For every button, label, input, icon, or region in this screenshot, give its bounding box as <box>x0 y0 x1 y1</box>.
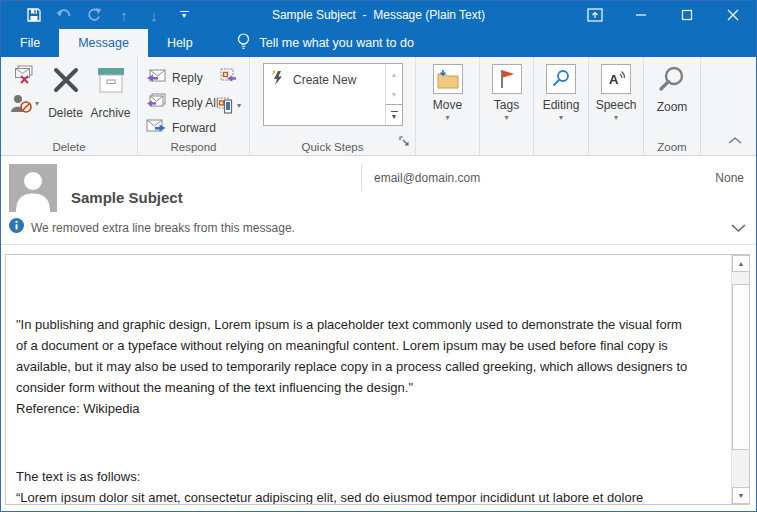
reply-icon <box>146 68 166 87</box>
customize-qat-icon[interactable]: ▾ <box>169 2 199 28</box>
tags-caret-icon: ▾ <box>504 114 508 122</box>
header-divider <box>361 165 362 191</box>
forward-button[interactable]: Forward <box>146 115 219 140</box>
forward-icon <box>146 118 166 137</box>
ribbon-group-zoom: Zoom Zoom <box>644 57 701 155</box>
tab-file[interactable]: File <box>1 29 59 57</box>
ribbon-group-move: Move ▾ <box>416 57 480 155</box>
gallery-scroll-down-icon[interactable]: ▼ <box>386 84 402 104</box>
body-paragraph-2: The text is as follows: “Lorem ipsum dol… <box>16 466 721 505</box>
ribbon: ▾ Delete Archive Delete <box>1 57 756 156</box>
undo-icon[interactable] <box>49 2 79 28</box>
im-reply-caret-icon: ▾ <box>237 102 241 110</box>
speech-caret-icon: ▾ <box>614 114 618 122</box>
sender-email[interactable]: email@domain.com <box>374 171 480 185</box>
redo-icon[interactable] <box>79 2 109 28</box>
tab-help[interactable]: Help <box>148 29 212 57</box>
quick-steps-gallery: Create New ▲ ▼ ▼ <box>263 63 403 126</box>
window-controls <box>572 1 756 29</box>
move-folder-icon <box>433 64 463 94</box>
message-body-area: "In publishing and graphic design, Lorem… <box>1 245 756 511</box>
ribbon-group-editing: Editing ▾ <box>534 57 589 155</box>
body-paragraph-1: "In publishing and graphic design, Lorem… <box>16 314 721 419</box>
save-icon[interactable] <box>19 2 49 28</box>
quick-access-toolbar: ↑ ↓ ▾ <box>1 2 199 28</box>
archive-button[interactable]: Archive <box>88 59 133 120</box>
find-magnifier-icon <box>546 64 576 94</box>
group-label-delete: Delete <box>1 141 137 153</box>
ribbon-group-speech: A Speech ▾ <box>589 57 644 155</box>
expand-header-chevron-icon[interactable] <box>731 219 746 237</box>
editing-caret-icon: ▾ <box>559 114 563 122</box>
read-aloud-icon: A <box>601 64 631 94</box>
ribbon-group-delete: ▾ Delete Archive Delete <box>1 57 138 155</box>
close-icon[interactable] <box>710 1 756 29</box>
tags-button[interactable]: Tags ▾ <box>480 57 533 122</box>
speech-button[interactable]: A Speech ▾ <box>589 57 643 122</box>
info-banner: We removed extra line breaks from this m… <box>9 218 295 237</box>
outlook-message-window: ↑ ↓ ▾ Sample Subject - Message (Plain Te… <box>0 0 757 512</box>
ribbon-spacer <box>701 57 756 155</box>
quick-steps-dialog-launcher-icon[interactable] <box>399 133 410 151</box>
vertical-scrollbar[interactable]: ▲ ▼ <box>731 255 749 504</box>
svg-text:A: A <box>609 72 619 87</box>
reply-all-button[interactable]: Reply All <box>146 90 219 115</box>
block-sender-button[interactable]: ▾ <box>5 89 43 117</box>
flag-status: None <box>715 171 744 185</box>
delete-button[interactable]: Delete <box>43 59 88 120</box>
zoom-button[interactable]: Zoom <box>644 57 700 114</box>
lightbulb-icon <box>236 32 251 54</box>
meeting-button[interactable] <box>219 67 237 84</box>
lightning-bolt-icon <box>271 70 285 89</box>
avatar <box>9 164 57 216</box>
scrollbar-up-icon[interactable]: ▲ <box>732 255 750 272</box>
group-label-respond: Respond <box>138 141 249 153</box>
archive-box-icon <box>95 65 127 99</box>
scrollbar-down-icon[interactable]: ▼ <box>732 487 750 504</box>
move-caret-icon: ▾ <box>445 114 449 122</box>
editing-button[interactable]: Editing ▾ <box>534 57 588 122</box>
group-label-zoom: Zoom <box>644 141 700 153</box>
tab-message[interactable]: Message <box>59 29 148 57</box>
ribbon-tab-row: File Message Help Tell me what you want … <box>1 29 756 57</box>
maximize-icon[interactable] <box>664 1 710 29</box>
info-icon <box>9 218 24 237</box>
ignore-button[interactable] <box>5 61 43 89</box>
block-sender-caret-icon: ▾ <box>35 100 39 108</box>
scrollbar-thumb[interactable] <box>732 284 750 450</box>
title-bar: ↑ ↓ ▾ Sample Subject - Message (Plain Te… <box>1 1 756 29</box>
zoom-magnifier-icon <box>657 64 687 96</box>
move-down-icon[interactable]: ↓ <box>139 2 169 28</box>
message-body-text: "In publishing and graphic design, Lorem… <box>16 272 721 505</box>
reply-all-icon <box>146 93 166 112</box>
move-button[interactable]: Move ▾ <box>416 57 479 122</box>
gallery-scroll-up-icon[interactable]: ▲ <box>386 64 402 84</box>
tell-me-label: Tell me what you want to do <box>260 36 414 50</box>
message-subject: Sample Subject <box>71 189 183 206</box>
delete-x-icon <box>51 65 81 99</box>
move-up-icon[interactable]: ↑ <box>109 2 139 28</box>
reply-button[interactable]: Reply <box>146 65 219 90</box>
gallery-more-icon[interactable]: ▼ <box>386 104 402 125</box>
message-body-box[interactable]: "In publishing and graphic design, Lorem… <box>5 254 750 505</box>
ribbon-group-quick-steps: Create New ▲ ▼ ▼ Quick Steps <box>250 57 416 155</box>
flag-icon <box>492 64 522 94</box>
tell-me-box[interactable]: Tell me what you want to do <box>236 29 414 57</box>
create-new-quick-step[interactable]: Create New <box>271 70 385 89</box>
ribbon-group-respond: Reply Reply All Forward <box>138 57 250 155</box>
info-banner-text: We removed extra line breaks from this m… <box>31 221 295 235</box>
ribbon-group-tags: Tags ▾ <box>480 57 534 155</box>
collapse-ribbon-icon[interactable] <box>728 131 742 149</box>
group-label-quick-steps: Quick Steps <box>250 141 415 153</box>
im-reply-button[interactable]: ▾ <box>216 96 241 114</box>
ribbon-display-options-icon[interactable] <box>572 1 618 29</box>
message-header: Sample Subject email@domain.com None We … <box>1 157 756 245</box>
minimize-icon[interactable] <box>618 1 664 29</box>
